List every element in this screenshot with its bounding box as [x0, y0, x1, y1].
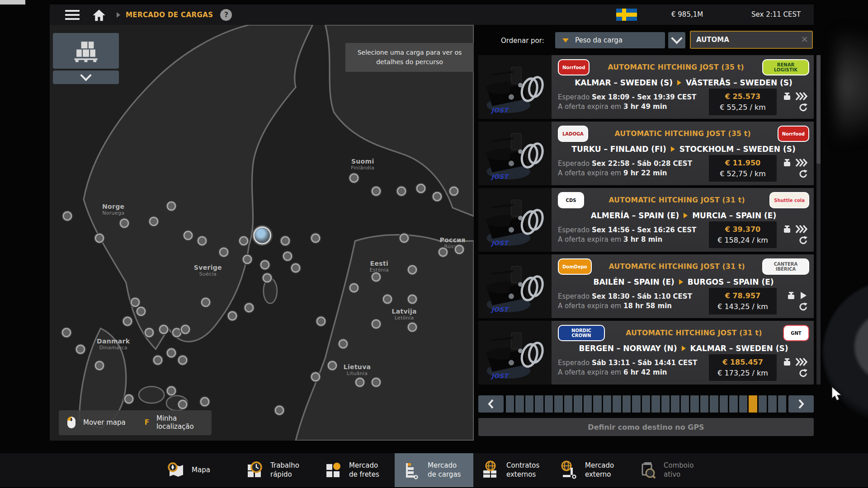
- city-dot[interactable]: [201, 297, 211, 307]
- page-block[interactable]: [584, 395, 592, 413]
- city-dot[interactable]: [372, 319, 381, 329]
- city-dot[interactable]: [311, 233, 321, 243]
- city-dot[interactable]: [75, 344, 85, 354]
- set-gps-destination-button[interactable]: Definir como destino no GPS: [478, 418, 814, 436]
- city-dot[interactable]: [438, 248, 448, 257]
- page-next-button[interactable]: [788, 395, 814, 413]
- city-dot[interactable]: [136, 306, 146, 316]
- page-block[interactable]: [749, 395, 757, 413]
- nav-item[interactable]: Trabalho rápido: [237, 453, 316, 487]
- city-dot[interactable]: [167, 386, 176, 395]
- page-block[interactable]: [564, 395, 572, 413]
- city-dot[interactable]: [372, 378, 381, 387]
- page-block[interactable]: [720, 395, 728, 413]
- city-dot[interactable]: [260, 260, 269, 269]
- sort-dropdown[interactable]: Peso da carga: [555, 32, 665, 48]
- collapse-button[interactable]: [53, 70, 119, 84]
- city-dot[interactable]: [200, 397, 210, 407]
- page-block[interactable]: [554, 395, 562, 413]
- city-dot[interactable]: [149, 217, 158, 226]
- page-block[interactable]: [545, 395, 553, 413]
- page-block[interactable]: [700, 395, 708, 413]
- page-block[interactable]: [515, 395, 524, 413]
- city-dot[interactable]: [372, 272, 381, 282]
- city-dot[interactable]: [291, 263, 301, 273]
- city-dot[interactable]: [178, 399, 187, 409]
- nav-item[interactable]: Contratos externos: [473, 453, 552, 487]
- search-clear-icon[interactable]: ×: [801, 33, 808, 44]
- city-dot[interactable]: [94, 233, 104, 243]
- city-dot[interactable]: [243, 254, 252, 264]
- nav-item[interactable]: Mercado externo: [552, 453, 631, 487]
- page-block[interactable]: [642, 395, 650, 413]
- city-dot[interactable]: [416, 183, 425, 193]
- trailer-filter-button[interactable]: [53, 33, 119, 69]
- cargo-offer-row[interactable]: JOST DomDepo AUTOMATIC HITCHING JOST (31…: [478, 254, 814, 318]
- city-dot[interactable]: [145, 328, 154, 337]
- map-viewport[interactable]: Norge Noruega Sverige Suécia Suomi Finlâ…: [50, 25, 474, 441]
- city-dot[interactable]: [275, 405, 284, 415]
- city-dot[interactable]: [396, 187, 406, 196]
- page-block[interactable]: [574, 395, 582, 413]
- cargo-offer-row[interactable]: JOST LADOGA AUTOMATIC HITCHING JOST (35 …: [478, 122, 814, 185]
- city-dot[interactable]: [94, 361, 104, 371]
- city-dot[interactable]: [219, 248, 228, 257]
- city-dot[interactable]: [167, 202, 176, 211]
- page-block[interactable]: [593, 395, 601, 413]
- city-dot[interactable]: [239, 236, 248, 246]
- city-dot[interactable]: [349, 283, 359, 293]
- page-block[interactable]: [690, 395, 698, 413]
- page-block[interactable]: [651, 395, 660, 413]
- city-dot[interactable]: [244, 303, 254, 312]
- city-dot[interactable]: [382, 295, 392, 304]
- nav-item[interactable]: Mercado de fretes: [316, 453, 395, 487]
- city-dot[interactable]: [263, 273, 272, 283]
- city-dot[interactable]: [316, 316, 326, 326]
- city-dot[interactable]: [159, 325, 169, 334]
- page-block[interactable]: [535, 395, 543, 413]
- page-block[interactable]: [739, 395, 747, 413]
- city-dot[interactable]: [228, 311, 237, 321]
- page-block[interactable]: [661, 395, 670, 413]
- city-dot[interactable]: [311, 372, 321, 382]
- city-dot[interactable]: [455, 244, 464, 254]
- help-icon[interactable]: ?: [220, 9, 232, 21]
- cargo-list-scrollbar[interactable]: [816, 55, 821, 385]
- cargo-offer-row[interactable]: JOST CDS AUTOMATIC HITCHING JOST (31 t) …: [478, 188, 814, 252]
- city-dot[interactable]: [327, 361, 337, 371]
- page-block[interactable]: [603, 395, 611, 413]
- page-block[interactable]: [613, 395, 621, 413]
- city-dot[interactable]: [407, 322, 417, 332]
- page-block[interactable]: [623, 395, 631, 413]
- city-dot[interactable]: [183, 231, 193, 240]
- city-dot[interactable]: [280, 236, 290, 246]
- city-dot[interactable]: [178, 356, 187, 365]
- page-block[interactable]: [759, 395, 767, 413]
- page-prev-button[interactable]: [478, 395, 504, 413]
- city-dot[interactable]: [400, 233, 409, 243]
- page-block[interactable]: [729, 395, 737, 413]
- city-dot[interactable]: [124, 394, 134, 404]
- page-block[interactable]: [778, 395, 786, 413]
- city-dot[interactable]: [61, 328, 71, 337]
- cargo-offer-row[interactable]: JOST NORDIC CROWN AUTOMATIC HITCHING JOS…: [478, 321, 814, 385]
- city-dot[interactable]: [372, 187, 381, 196]
- page-block[interactable]: [671, 395, 679, 413]
- home-icon[interactable]: [92, 9, 106, 21]
- menu-icon[interactable]: [65, 10, 80, 20]
- page-block[interactable]: [632, 395, 640, 413]
- city-dot[interactable]: [339, 339, 348, 348]
- sort-expand-button[interactable]: [668, 32, 685, 48]
- city-dot[interactable]: [349, 174, 359, 183]
- page-block[interactable]: [506, 395, 514, 413]
- city-dot[interactable]: [433, 192, 442, 201]
- page-block[interactable]: [681, 395, 689, 413]
- city-dot[interactable]: [167, 348, 176, 357]
- city-dot[interactable]: [407, 265, 417, 274]
- city-dot[interactable]: [153, 356, 163, 365]
- page-block[interactable]: [768, 395, 776, 413]
- city-dot[interactable]: [181, 325, 190, 334]
- city-dot[interactable]: [283, 251, 292, 261]
- city-dot[interactable]: [120, 218, 129, 228]
- page-block[interactable]: [525, 395, 533, 413]
